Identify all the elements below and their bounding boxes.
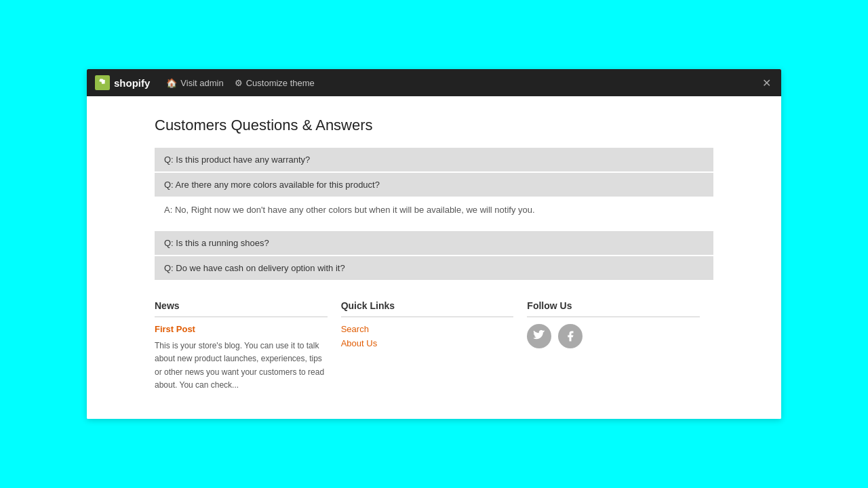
social-icons <box>527 324 700 348</box>
qa-section: Q: Is this product have any warranty? Q:… <box>155 148 713 280</box>
qa-text-2: Q: Are there any more colors available f… <box>164 180 380 190</box>
main-content: Customers Questions & Answers Q: Is this… <box>87 96 781 419</box>
qa-item-2[interactable]: Q: Are there any more colors available f… <box>155 173 713 197</box>
outer-wrapper: shopify 🏠 Visit admin ⚙ Customize theme … <box>0 0 868 488</box>
qa-answer-2: A: No, Right now we don't have any other… <box>155 198 713 222</box>
facebook-icon[interactable] <box>558 324 583 348</box>
footer-follow-col: Follow Us <box>527 300 713 392</box>
shopify-logo: shopify <box>95 75 150 90</box>
visit-admin-label: Visit admin <box>180 78 223 88</box>
qa-text-1: Q: Is this product have any warranty? <box>164 155 310 165</box>
qa-text-4: Q: Do we have cash on delivery option wi… <box>164 263 345 273</box>
topbar: shopify 🏠 Visit admin ⚙ Customize theme … <box>87 69 781 96</box>
visit-admin-button[interactable]: 🏠 Visit admin <box>166 78 223 88</box>
qa-item-3[interactable]: Q: Is this a running shoes? <box>155 231 713 255</box>
footer-blog-post-link[interactable]: First Post <box>155 324 328 334</box>
qa-answer-text-2: A: No, Right now we don't have any other… <box>164 205 535 215</box>
customize-theme-button[interactable]: ⚙ Customize theme <box>235 78 315 88</box>
shopify-logo-text: shopify <box>114 77 150 89</box>
gear-icon: ⚙ <box>235 78 243 88</box>
footer-blog-post-text: This is your store's blog. You can use i… <box>155 340 328 392</box>
footer-quick-links-title: Quick Links <box>341 300 514 317</box>
footer-row: News First Post This is your store's blo… <box>155 300 713 392</box>
customize-theme-label: Customize theme <box>246 78 315 88</box>
topbar-nav: 🏠 Visit admin ⚙ Customize theme <box>166 78 315 88</box>
footer-follow-title: Follow Us <box>527 300 700 317</box>
shopify-bag-icon <box>95 75 110 90</box>
footer-link-search[interactable]: Search <box>341 324 514 334</box>
svg-point-2 <box>103 84 104 85</box>
home-icon: 🏠 <box>166 78 177 88</box>
qa-item-1[interactable]: Q: Is this product have any warranty? <box>155 148 713 171</box>
browser-window: shopify 🏠 Visit admin ⚙ Customize theme … <box>87 69 781 419</box>
footer-news-col: News First Post This is your store's blo… <box>155 300 341 392</box>
page-title: Customers Questions & Answers <box>155 117 713 134</box>
svg-point-1 <box>101 84 102 85</box>
twitter-icon[interactable] <box>527 324 551 348</box>
qa-item-4[interactable]: Q: Do we have cash on delivery option wi… <box>155 256 713 280</box>
qa-text-3: Q: Is this a running shoes? <box>164 238 269 248</box>
close-button[interactable]: ✕ <box>760 76 773 89</box>
footer-quick-links-col: Quick Links Search About Us <box>341 300 528 392</box>
footer-link-about[interactable]: About Us <box>341 338 514 348</box>
footer-news-title: News <box>155 300 328 317</box>
